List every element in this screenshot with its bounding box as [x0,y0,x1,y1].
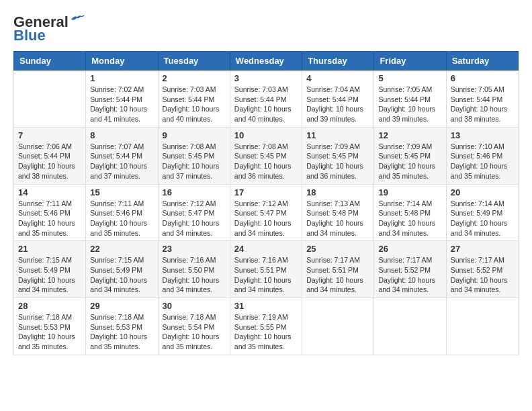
day-info: Sunrise: 7:10 AMSunset: 5:46 PMDaylight:… [451,142,514,181]
day-number: 30 [163,301,226,311]
day-info: Sunrise: 7:11 AMSunset: 5:46 PMDaylight:… [90,199,153,238]
day-info: Sunrise: 7:08 AMSunset: 5:45 PMDaylight:… [163,142,226,181]
day-number: 7 [18,130,81,140]
day-number: 1 [90,73,153,83]
day-info: Sunrise: 7:03 AMSunset: 5:44 PMDaylight:… [163,85,226,124]
day-info: Sunrise: 7:13 AMSunset: 5:48 PMDaylight:… [306,199,369,238]
day-number: 17 [234,187,298,197]
column-header-saturday: Saturday [446,52,518,71]
day-number: 18 [306,187,369,197]
day-info: Sunrise: 7:02 AMSunset: 5:44 PMDaylight:… [90,85,153,124]
calendar-cell: 18Sunrise: 7:13 AMSunset: 5:48 PMDayligh… [302,184,374,241]
day-info: Sunrise: 7:09 AMSunset: 5:45 PMDaylight:… [306,142,369,181]
calendar-cell: 26Sunrise: 7:17 AMSunset: 5:52 PMDayligh… [374,241,446,298]
calendar-cell: 1Sunrise: 7:02 AMSunset: 5:44 PMDaylight… [86,71,158,128]
column-header-thursday: Thursday [302,52,374,71]
day-number: 10 [234,130,298,140]
day-info: Sunrise: 7:18 AMSunset: 5:53 PMDaylight:… [90,312,153,352]
day-number: 9 [163,130,226,140]
calendar-cell: 11Sunrise: 7:09 AMSunset: 5:45 PMDayligh… [302,127,374,184]
day-info: Sunrise: 7:17 AMSunset: 5:52 PMDaylight:… [378,255,441,295]
day-number: 11 [306,130,369,140]
page-header: General Blue [13,13,519,44]
calendar-cell [446,298,518,355]
calendar-cell: 29Sunrise: 7:18 AMSunset: 5:53 PMDayligh… [86,298,158,355]
calendar-cell: 5Sunrise: 7:05 AMSunset: 5:44 PMDaylight… [374,71,446,128]
calendar-header-row: SundayMondayTuesdayWednesdayThursdayFrid… [14,52,519,71]
column-header-sunday: Sunday [14,52,86,71]
day-number: 28 [18,301,81,311]
calendar-week-row: 1Sunrise: 7:02 AMSunset: 5:44 PMDaylight… [14,71,519,128]
calendar-cell: 16Sunrise: 7:12 AMSunset: 5:47 PMDayligh… [158,184,230,241]
day-info: Sunrise: 7:17 AMSunset: 5:51 PMDaylight:… [306,255,369,295]
day-info: Sunrise: 7:14 AMSunset: 5:49 PMDaylight:… [451,199,514,238]
calendar-cell: 3Sunrise: 7:03 AMSunset: 5:44 PMDaylight… [230,71,302,128]
day-number: 26 [378,244,441,254]
calendar-cell: 27Sunrise: 7:17 AMSunset: 5:52 PMDayligh… [446,241,518,298]
day-info: Sunrise: 7:12 AMSunset: 5:47 PMDaylight:… [234,199,298,238]
day-number: 12 [378,130,441,140]
day-number: 14 [18,187,81,197]
day-info: Sunrise: 7:12 AMSunset: 5:47 PMDaylight:… [163,199,226,238]
day-number: 19 [378,187,441,197]
day-number: 20 [451,187,514,197]
calendar-week-row: 28Sunrise: 7:18 AMSunset: 5:53 PMDayligh… [14,298,519,355]
day-info: Sunrise: 7:18 AMSunset: 5:54 PMDaylight:… [163,312,226,352]
day-info: Sunrise: 7:18 AMSunset: 5:53 PMDaylight:… [18,312,81,352]
calendar-cell: 21Sunrise: 7:15 AMSunset: 5:49 PMDayligh… [14,241,86,298]
calendar-cell: 15Sunrise: 7:11 AMSunset: 5:46 PMDayligh… [86,184,158,241]
calendar-cell [374,298,446,355]
day-number: 15 [90,187,153,197]
calendar-cell: 31Sunrise: 7:19 AMSunset: 5:55 PMDayligh… [230,298,302,355]
calendar-cell: 8Sunrise: 7:07 AMSunset: 5:44 PMDaylight… [86,127,158,184]
day-info: Sunrise: 7:16 AMSunset: 5:51 PMDaylight:… [234,255,298,295]
calendar-cell: 17Sunrise: 7:12 AMSunset: 5:47 PMDayligh… [230,184,302,241]
logo-bird-icon [70,14,85,25]
column-header-wednesday: Wednesday [230,52,302,71]
day-number: 21 [18,244,81,254]
calendar-cell: 4Sunrise: 7:04 AMSunset: 5:44 PMDaylight… [302,71,374,128]
calendar-cell: 22Sunrise: 7:15 AMSunset: 5:49 PMDayligh… [86,241,158,298]
day-number: 27 [451,244,514,254]
calendar-cell: 25Sunrise: 7:17 AMSunset: 5:51 PMDayligh… [302,241,374,298]
column-header-friday: Friday [374,52,446,71]
day-number: 22 [90,244,153,254]
day-info: Sunrise: 7:14 AMSunset: 5:48 PMDaylight:… [378,199,441,238]
day-info: Sunrise: 7:16 AMSunset: 5:50 PMDaylight:… [163,255,226,295]
day-number: 16 [163,187,226,197]
day-number: 31 [234,301,298,311]
day-info: Sunrise: 7:19 AMSunset: 5:55 PMDaylight:… [234,312,298,352]
logo: General Blue [13,13,85,44]
calendar-table: SundayMondayTuesdayWednesdayThursdayFrid… [13,51,519,355]
day-number: 4 [306,73,369,83]
day-number: 25 [306,244,369,254]
calendar-cell: 14Sunrise: 7:11 AMSunset: 5:46 PMDayligh… [14,184,86,241]
day-number: 6 [451,73,514,83]
calendar-cell: 19Sunrise: 7:14 AMSunset: 5:48 PMDayligh… [374,184,446,241]
day-info: Sunrise: 7:15 AMSunset: 5:49 PMDaylight:… [90,255,153,295]
column-header-monday: Monday [86,52,158,71]
calendar-cell [14,71,86,128]
calendar-cell: 10Sunrise: 7:08 AMSunset: 5:45 PMDayligh… [230,127,302,184]
calendar-cell: 9Sunrise: 7:08 AMSunset: 5:45 PMDaylight… [158,127,230,184]
day-info: Sunrise: 7:07 AMSunset: 5:44 PMDaylight:… [90,142,153,181]
calendar-cell: 13Sunrise: 7:10 AMSunset: 5:46 PMDayligh… [446,127,518,184]
day-number: 3 [234,73,298,83]
day-info: Sunrise: 7:04 AMSunset: 5:44 PMDaylight:… [306,85,369,124]
day-number: 23 [163,244,226,254]
day-info: Sunrise: 7:03 AMSunset: 5:44 PMDaylight:… [234,85,298,124]
day-number: 2 [163,73,226,83]
day-number: 24 [234,244,298,254]
calendar-cell: 23Sunrise: 7:16 AMSunset: 5:50 PMDayligh… [158,241,230,298]
day-number: 5 [378,73,441,83]
day-info: Sunrise: 7:08 AMSunset: 5:45 PMDaylight:… [234,142,298,181]
day-number: 13 [451,130,514,140]
calendar-cell: 28Sunrise: 7:18 AMSunset: 5:53 PMDayligh… [14,298,86,355]
day-number: 29 [90,301,153,311]
calendar-cell [302,298,374,355]
day-info: Sunrise: 7:11 AMSunset: 5:46 PMDaylight:… [18,199,81,238]
day-info: Sunrise: 7:06 AMSunset: 5:44 PMDaylight:… [18,142,81,181]
calendar-cell: 24Sunrise: 7:16 AMSunset: 5:51 PMDayligh… [230,241,302,298]
column-header-tuesday: Tuesday [158,52,230,71]
logo-blue: Blue [13,27,46,44]
